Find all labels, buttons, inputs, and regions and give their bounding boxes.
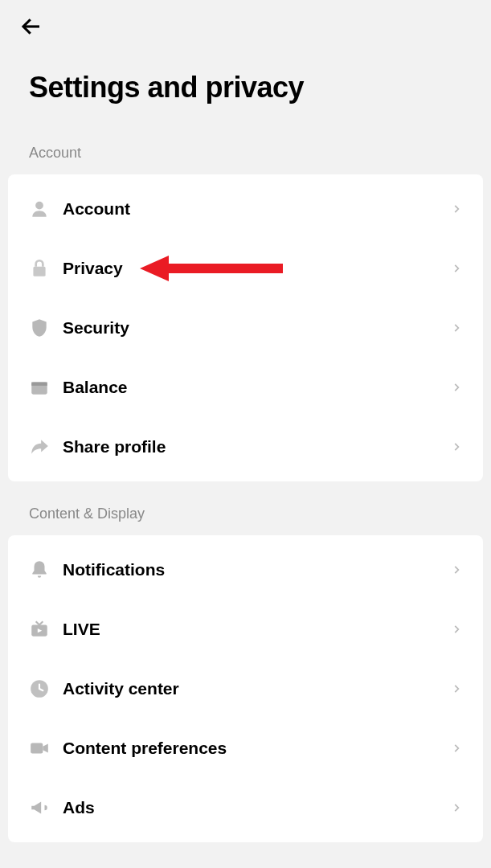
svg-rect-2 xyxy=(33,267,45,276)
svg-rect-5 xyxy=(31,383,47,386)
share-icon xyxy=(29,436,50,457)
list-item-live[interactable]: LIVE xyxy=(8,600,483,659)
list-item-activity-center[interactable]: Activity center xyxy=(8,659,483,719)
list-item-balance[interactable]: Balance xyxy=(8,358,483,417)
list-label: Account xyxy=(63,199,451,219)
shield-icon xyxy=(29,317,50,338)
chevron-right-icon xyxy=(451,683,462,694)
list-label: Share profile xyxy=(63,437,451,457)
chevron-right-icon xyxy=(451,743,462,754)
tv-icon xyxy=(29,619,50,640)
video-icon xyxy=(29,738,50,759)
chevron-right-icon xyxy=(451,802,462,813)
list-item-notifications[interactable]: Notifications xyxy=(8,540,483,600)
list-label: Activity center xyxy=(63,679,451,698)
list-label: Privacy xyxy=(63,259,451,278)
svg-rect-9 xyxy=(31,743,43,754)
list-label: Content preferences xyxy=(63,739,451,758)
section-header-account: Account xyxy=(0,121,491,174)
chevron-right-icon xyxy=(451,624,462,635)
list-label: Security xyxy=(63,318,451,338)
lock-icon xyxy=(29,258,50,279)
svg-point-1 xyxy=(35,202,43,210)
list-label: Balance xyxy=(63,378,451,397)
wallet-icon xyxy=(29,377,50,398)
list-item-security[interactable]: Security xyxy=(8,298,483,358)
list-item-ads[interactable]: Ads xyxy=(8,778,483,837)
back-arrow-icon xyxy=(19,14,43,39)
list-item-account[interactable]: Account xyxy=(8,179,483,239)
chevron-right-icon xyxy=(451,382,462,393)
person-icon xyxy=(29,199,50,219)
list-item-privacy[interactable]: Privacy xyxy=(8,239,483,298)
chevron-right-icon xyxy=(451,263,462,274)
list-item-share-profile[interactable]: Share profile xyxy=(8,417,483,477)
clock-icon xyxy=(29,678,50,699)
list-label: Ads xyxy=(63,798,451,817)
chevron-right-icon xyxy=(451,441,462,452)
list-label: LIVE xyxy=(63,620,451,639)
bell-icon xyxy=(29,559,50,580)
megaphone-icon xyxy=(29,797,50,818)
chevron-right-icon xyxy=(451,322,462,334)
list-label: Notifications xyxy=(63,560,451,579)
back-button[interactable] xyxy=(0,0,491,48)
chevron-right-icon xyxy=(451,203,462,215)
section-header-content: Content & Display xyxy=(0,481,491,535)
chevron-right-icon xyxy=(451,564,462,575)
list-item-content-preferences[interactable]: Content preferences xyxy=(8,719,483,778)
page-title: Settings and privacy xyxy=(0,48,491,121)
section-card-account: Account Privacy Security Balance Share p… xyxy=(8,174,483,481)
section-card-content: Notifications LIVE Activity center Conte… xyxy=(8,535,483,842)
